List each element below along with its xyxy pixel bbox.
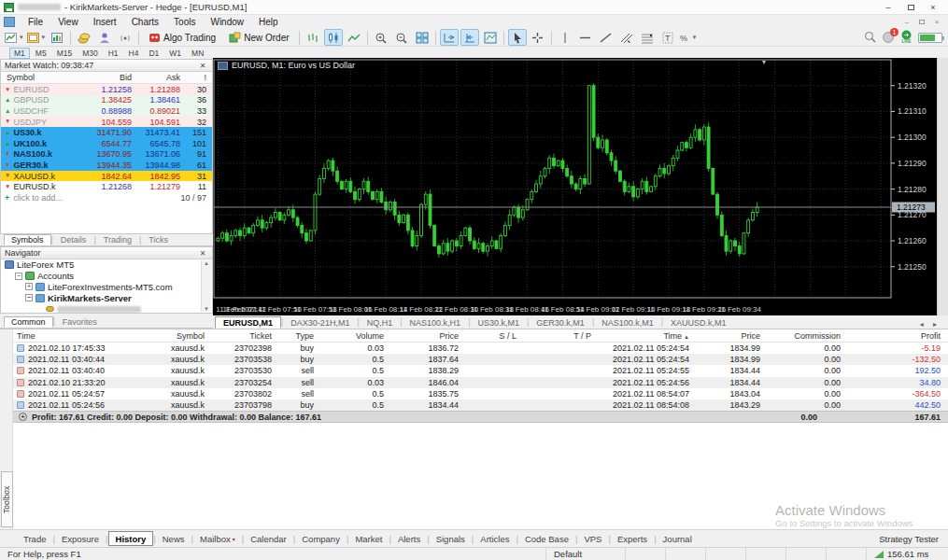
market-watch-tab-ticks[interactable]: Ticks [141, 234, 176, 245]
column-bid[interactable]: Bid [90, 73, 132, 82]
toolbox-tab-history[interactable]: History [108, 531, 154, 546]
history-column-s-l-6[interactable]: S / L [466, 331, 524, 341]
toolbox-tab-signals[interactable]: Signals [430, 531, 472, 546]
search-icon[interactable] [864, 31, 876, 45]
strategy-tester-tab[interactable]: Strategy Tester [870, 534, 948, 544]
navigator-scrollbar[interactable]: ▲▼ [201, 260, 211, 312]
chart-window-button[interactable] [48, 29, 66, 46]
chart-tab-eurusd-m1[interactable]: EURUSD,M1 [215, 316, 281, 329]
timeframe-button-m5[interactable]: M5 [31, 48, 51, 59]
market-watch-row-usdjpy[interactable]: ▼USDJPY104.559104.59132 [1, 117, 212, 128]
history-column-time-0[interactable]: Time [13, 331, 133, 341]
zoom-out-button[interactable] [392, 29, 411, 46]
toolbox-tab-news[interactable]: News [156, 531, 191, 546]
toolbox-tab-calendar[interactable]: Calendar [244, 531, 293, 546]
chart-tab-nq-h1[interactable]: NQ,H1 [360, 316, 401, 329]
menu-item-tools[interactable]: Tools [166, 15, 203, 29]
toolbox-tab-articles[interactable]: Articles [474, 531, 516, 546]
navigator-close-icon[interactable]: ✕ [197, 249, 208, 258]
toolbox-tab-journal[interactable]: Journal [657, 531, 699, 546]
timeframe-button-m1[interactable]: M1 [9, 48, 30, 59]
market-watch-row-us30-k[interactable]: ▲US30.k31471.9031473.41151 [1, 127, 212, 138]
collapse-icon[interactable]: − [25, 294, 33, 301]
child-restore-button[interactable] [914, 17, 929, 28]
child-minimize-button[interactable]: – [899, 17, 914, 28]
timeframe-button-w1[interactable]: W1 [164, 48, 186, 59]
bar-chart-type-button[interactable] [304, 29, 322, 46]
community-icon[interactable] [95, 29, 114, 46]
navigator-tab-common[interactable]: Common [4, 316, 53, 328]
history-column-time-8[interactable]: Time▲ [599, 331, 697, 341]
timeframe-button-mn[interactable]: MN [187, 48, 208, 59]
live-update-icon[interactable]: LIVE [900, 30, 913, 45]
notifications-icon[interactable]: 1 [882, 31, 895, 45]
market-watch-tab-symbols[interactable]: Symbols [4, 234, 51, 245]
navigator-tab-favorites[interactable]: Favorites [55, 316, 105, 328]
market-watch-add-row[interactable]: + click to add... 10 / 97 [1, 192, 212, 203]
history-column-type-3[interactable]: Type [279, 331, 321, 341]
crosshair-tool-button[interactable] [529, 29, 547, 46]
navigator-item-liteforex-mt5[interactable]: LiteForex MT5 [1, 259, 212, 271]
column-spread[interactable]: ! [180, 73, 212, 82]
market-watch-close-icon[interactable]: ✕ [197, 62, 208, 70]
trendline-tool-button[interactable] [597, 29, 615, 46]
channel-tool-button[interactable] [617, 29, 636, 46]
toolbox-tab-company[interactable]: Company [295, 531, 347, 546]
chart-tab-nas100-k-m1[interactable]: NAS100.k,M1 [594, 316, 661, 329]
history-column-price-5[interactable]: Price [391, 331, 466, 341]
menu-item-window[interactable]: Window [203, 15, 251, 29]
toolbox-vertical-tab[interactable]: Toolbox [1, 471, 13, 527]
vertical-line-tool-button[interactable] [556, 29, 574, 46]
cursor-tool-button[interactable] [508, 29, 527, 46]
timeframe-button-m30[interactable]: M30 [78, 48, 103, 59]
candlestick-chart[interactable]: 1.213201.213101.213001.212901.212801.212… [213, 58, 937, 315]
line-chart-type-button[interactable] [345, 29, 363, 46]
chart-right-scrollbar[interactable] [937, 58, 948, 315]
shapes-tool-button[interactable]: %▾ [679, 29, 698, 46]
history-column-commission-10[interactable]: Commission [768, 331, 848, 341]
new-chart-button[interactable]: ▾ [4, 29, 24, 46]
minimize-button[interactable]: – [877, 1, 899, 14]
menu-item-file[interactable]: File [21, 15, 50, 29]
fibonacci-tool-button[interactable] [638, 29, 657, 46]
scroll-down-icon[interactable]: ▼ [204, 306, 209, 312]
market-watch-row-uk100-k[interactable]: ▲UK100.k6544.776545.78101 [1, 138, 212, 149]
chart-tab-ger30-k-m1[interactable]: GER30.k,M1 [529, 316, 592, 329]
timeframe-button-h4[interactable]: H4 [124, 48, 144, 59]
market-watch-row-usdchf[interactable]: ▲USDCHF0.889880.8902133 [1, 105, 212, 117]
navigator-item-kirikmarkets-server[interactable]: −KirikMarkets-Server [1, 292, 212, 303]
toolbox-tab-alerts[interactable]: Alerts [391, 531, 427, 546]
market-watch-row-gbpusd[interactable]: ▲GBPUSD1.384251.3846136 [1, 95, 212, 106]
toolbox-tab-mailbox[interactable]: Mailbox▾ [193, 531, 242, 546]
history-row[interactable]: 2021.02.11 03:40:40xauusd.k23703530sell0… [13, 365, 948, 376]
text-tool-button[interactable]: T [658, 29, 677, 46]
maximize-button[interactable] [899, 1, 922, 14]
history-column-ticket-2[interactable]: Ticket [212, 331, 279, 341]
column-ask[interactable]: Ask [132, 73, 180, 82]
expand-icon[interactable]: + [25, 283, 33, 290]
toolbox-tab-code-base[interactable]: Code Base [518, 531, 575, 546]
market-watch-tab-trading[interactable]: Trading [96, 234, 139, 245]
chart-tab-dax30-21h-m1[interactable]: DAX30-21H,M1 [283, 316, 357, 329]
history-row[interactable]: 2021.02.11 05:24:57xauusd.k23703802sell0… [13, 388, 948, 399]
market-watch-row-nas100-k[interactable]: ▼NAS100.k13670.9513671.0691 [1, 149, 212, 161]
price-chart[interactable]: EURUSD, M1: Euro vs US Dollar 1.213201.2… [213, 58, 937, 315]
toolbox-tab-vps[interactable]: VPS [577, 531, 608, 546]
history-column-profit-11[interactable]: Profit [848, 331, 948, 341]
tile-windows-button[interactable] [413, 29, 432, 46]
navigator-item-liteforexinvestments-mt5-com[interactable]: +LiteForexInvestments-MT5.com [1, 282, 212, 293]
menu-item-insert[interactable]: Insert [86, 15, 124, 29]
chart-shift-button[interactable] [460, 29, 479, 46]
history-row[interactable]: 2021.02.10 21:33:20xauusd.k23703254sell0… [13, 377, 948, 388]
market-watch-tab-details[interactable]: Details [53, 234, 94, 245]
menu-item-help[interactable]: Help [251, 15, 286, 29]
timeframe-button-d1[interactable]: D1 [144, 48, 163, 59]
history-row[interactable]: 2021.02.11 03:40:44xauusd.k23703538buy0.… [13, 354, 948, 365]
history-column-volume-4[interactable]: Volume [321, 331, 391, 341]
algo-trading-button[interactable]: Algo Trading [143, 29, 221, 46]
close-button[interactable]: × [922, 1, 944, 14]
market-watch-row-eurusd[interactable]: ▼EURUSD1.212581.2128830 [1, 84, 212, 95]
navigator-item-accounts[interactable]: −Accounts [1, 271, 212, 282]
toolbox-tab-market[interactable]: Market [348, 531, 389, 546]
market-watch-row-eurusd-k[interactable]: ▼EURUSD.k1.212681.2127911 [1, 181, 212, 192]
